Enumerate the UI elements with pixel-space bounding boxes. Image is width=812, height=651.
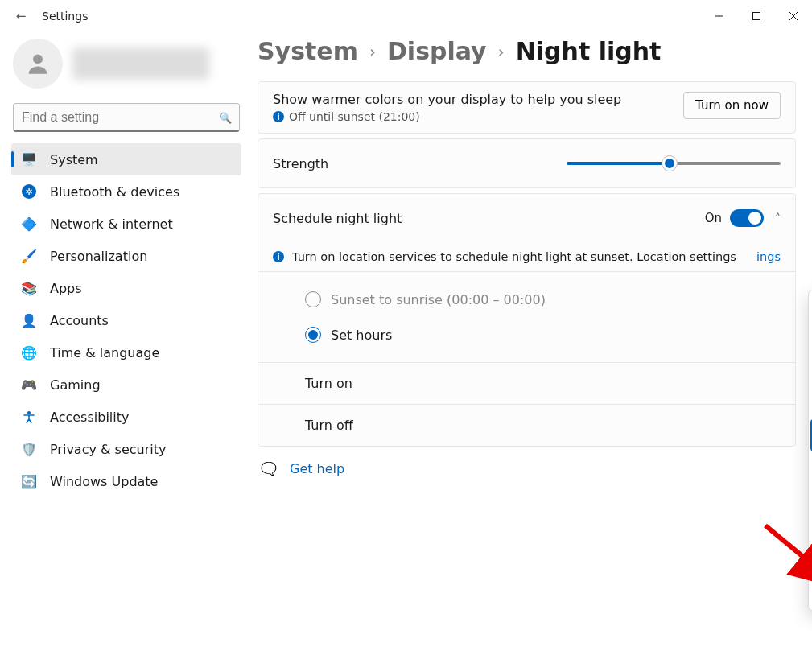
info-icon: i bbox=[273, 111, 284, 122]
picker-hour-cell[interactable]: 8 bbox=[809, 355, 812, 387]
search-icon: 🔍 bbox=[219, 112, 232, 124]
sidebar-item-accessibility[interactable]: Accessibility bbox=[11, 401, 241, 433]
strength-slider[interactable] bbox=[567, 155, 781, 171]
svg-rect-1 bbox=[753, 13, 760, 20]
turn-on-now-button[interactable]: Turn on now bbox=[683, 92, 781, 119]
turn-on-label: Turn on bbox=[305, 376, 352, 391]
nav-list: 🖥️System✲Bluetooth & devices🔷Network & i… bbox=[11, 143, 241, 497]
nav-item-icon: 🔄 bbox=[21, 474, 37, 489]
sidebar-item-personalization[interactable]: 🖌️Personalization bbox=[11, 240, 241, 272]
close-button[interactable] bbox=[775, 3, 812, 29]
picker-hour-cell[interactable]: 12 bbox=[809, 484, 812, 516]
sidebar-item-apps[interactable]: 📚Apps bbox=[11, 272, 241, 304]
window-title: Settings bbox=[42, 10, 88, 23]
search-input[interactable] bbox=[13, 103, 240, 132]
sidebar-item-system[interactable]: 🖥️System bbox=[11, 143, 241, 175]
picker-hour-cell[interactable]: 11 bbox=[809, 451, 812, 484]
nav-item-icon: 📚 bbox=[21, 281, 37, 296]
sidebar-item-label: System bbox=[50, 152, 98, 167]
sidebar-item-label: Network & internet bbox=[50, 216, 173, 232]
bluetooth-icon: ✲ bbox=[21, 184, 37, 199]
location-info-bar: i Turn on location services to schedule … bbox=[258, 242, 795, 272]
schedule-card: Schedule night light On ˄ i Turn on loca… bbox=[258, 193, 796, 447]
help-icon: 🗨️ bbox=[261, 461, 277, 476]
breadcrumb-display[interactable]: Display bbox=[387, 37, 487, 65]
svg-point-4 bbox=[33, 54, 43, 64]
schedule-options: Sunset to sunrise (00:00 – 00:00) Set ho… bbox=[258, 272, 795, 363]
sidebar-item-network-internet[interactable]: 🔷Network & internet bbox=[11, 208, 241, 240]
breadcrumb: System › Display › Night light bbox=[258, 37, 796, 65]
account-header[interactable] bbox=[11, 32, 241, 103]
schedule-label: Schedule night light bbox=[273, 211, 705, 226]
location-settings-link[interactable]: ings bbox=[756, 250, 781, 263]
chevron-up-icon[interactable]: ˄ bbox=[775, 212, 781, 225]
sidebar: 🔍 🖥️System✲Bluetooth & devices🔷Network &… bbox=[0, 32, 248, 651]
nav-item-icon: 🖌️ bbox=[21, 249, 37, 264]
minimize-button[interactable] bbox=[701, 3, 738, 29]
sidebar-item-time-language[interactable]: 🌐Time & language bbox=[11, 336, 241, 369]
schedule-state-label: On bbox=[705, 211, 722, 225]
sidebar-item-label: Bluetooth & devices bbox=[50, 184, 179, 200]
sidebar-item-label: Privacy & security bbox=[50, 442, 166, 457]
nav-item-icon: 👤 bbox=[21, 313, 37, 328]
description-title: Show warmer colors on your display to he… bbox=[273, 92, 683, 107]
chevron-right-icon: › bbox=[498, 42, 505, 61]
radio-icon bbox=[305, 291, 321, 307]
time-picker: 678910111212 001530450015304500 AMPM bbox=[808, 290, 812, 611]
strength-card: Strength bbox=[258, 138, 796, 188]
sidebar-item-privacy-security[interactable]: 🛡️Privacy & security bbox=[11, 433, 241, 465]
set-hours-option-label: Set hours bbox=[331, 328, 392, 343]
sidebar-item-label: Windows Update bbox=[50, 474, 158, 489]
svg-line-8 bbox=[765, 525, 812, 583]
schedule-toggle[interactable] bbox=[730, 209, 764, 227]
sidebar-item-label: Apps bbox=[50, 281, 82, 296]
night-light-description-card: Show warmer colors on your display to he… bbox=[258, 81, 796, 134]
sidebar-item-label: Accessibility bbox=[50, 410, 129, 425]
info-icon: i bbox=[273, 251, 284, 262]
help-row: 🗨️ Get help bbox=[258, 461, 796, 476]
sidebar-item-label: Personalization bbox=[50, 249, 147, 264]
content: System › Display › Night light Show warm… bbox=[248, 32, 812, 651]
hour-wheel[interactable]: 678910111212 bbox=[809, 290, 812, 577]
picker-hour-cell[interactable]: 6 bbox=[809, 290, 812, 323]
sunset-option-label: Sunset to sunrise (00:00 – 00:00) bbox=[331, 292, 546, 307]
location-info-text: Turn on location services to schedule ni… bbox=[292, 250, 748, 263]
turn-off-time-row[interactable]: Turn off bbox=[258, 405, 795, 446]
sidebar-item-label: Gaming bbox=[50, 377, 101, 393]
picker-hour-cell[interactable]: 9 bbox=[809, 387, 812, 419]
turn-off-label: Turn off bbox=[305, 418, 353, 433]
avatar bbox=[13, 39, 63, 89]
account-name-redacted bbox=[72, 47, 209, 80]
back-button[interactable]: ← bbox=[8, 9, 34, 23]
picker-hour-cell[interactable]: 7 bbox=[809, 323, 812, 355]
nav-item-icon: 🖥️ bbox=[21, 152, 37, 167]
nav-item-icon: 🛡️ bbox=[21, 442, 37, 457]
sidebar-item-label: Time & language bbox=[50, 345, 159, 361]
annotation-arrow bbox=[759, 519, 812, 604]
nav-item-icon: 🎮 bbox=[21, 377, 37, 393]
breadcrumb-current: Night light bbox=[516, 37, 662, 65]
nav-item-icon: 🔷 bbox=[21, 216, 37, 232]
picker-hour-cell[interactable]: 2 bbox=[809, 548, 812, 577]
sidebar-item-label: Accounts bbox=[50, 313, 109, 328]
sidebar-item-accounts[interactable]: 👤Accounts bbox=[11, 304, 241, 336]
turn-on-time-row[interactable]: Turn on bbox=[258, 363, 795, 405]
titlebar: ← Settings bbox=[0, 0, 812, 32]
picker-hour-cell[interactable]: 1 bbox=[809, 516, 812, 548]
svg-point-5 bbox=[27, 411, 31, 414]
strength-label: Strength bbox=[273, 156, 567, 171]
sidebar-item-windows-update[interactable]: 🔄Windows Update bbox=[11, 465, 241, 497]
description-status: Off until sunset (21:00) bbox=[289, 110, 420, 123]
breadcrumb-system[interactable]: System bbox=[258, 37, 358, 65]
picker-hour-cell[interactable]: 10 bbox=[809, 419, 812, 451]
schedule-set-hours-option[interactable]: Set hours bbox=[305, 317, 781, 352]
nav-item-icon: 🌐 bbox=[21, 345, 37, 361]
search-box[interactable]: 🔍 bbox=[13, 103, 240, 132]
get-help-link[interactable]: Get help bbox=[290, 461, 344, 476]
schedule-sunset-option: Sunset to sunrise (00:00 – 00:00) bbox=[305, 282, 781, 317]
radio-checked-icon bbox=[305, 327, 321, 343]
maximize-button[interactable] bbox=[738, 3, 775, 29]
sidebar-item-bluetooth-devices[interactable]: ✲Bluetooth & devices bbox=[11, 175, 241, 208]
sidebar-item-gaming[interactable]: 🎮Gaming bbox=[11, 369, 241, 401]
picker-accept-button[interactable] bbox=[809, 578, 812, 610]
